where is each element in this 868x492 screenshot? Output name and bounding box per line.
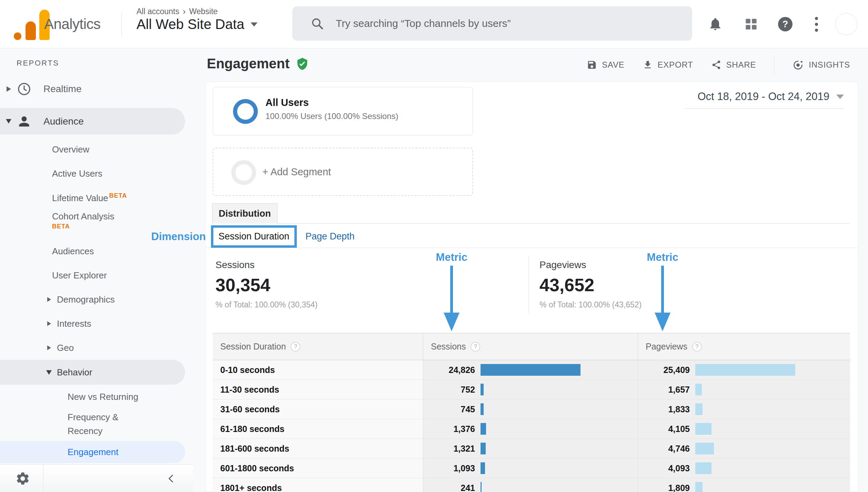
tab-session-duration[interactable]: Session Duration xyxy=(211,225,297,248)
sidebar-item-realtime[interactable]: Realtime xyxy=(0,72,193,105)
cell-session-duration: 11-30 seconds xyxy=(213,380,423,399)
sidebar-item-lifetime-value[interactable]: Lifetime ValueBETA xyxy=(0,186,193,210)
segment-ring-icon xyxy=(233,99,258,124)
table-row[interactable]: 31-60 seconds7451,833 xyxy=(213,400,850,419)
tabs-underline xyxy=(205,248,858,248)
sidebar-item-demographics[interactable]: Demographics xyxy=(0,287,193,312)
date-underline xyxy=(685,108,844,109)
help-tooltip-icon[interactable]: ? xyxy=(471,342,480,352)
summary-pageviews-value: 43,652 xyxy=(539,275,642,295)
breadcrumb[interactable]: All accounts › Website xyxy=(137,6,218,17)
save-button[interactable]: SAVE xyxy=(587,60,624,70)
search-icon xyxy=(310,17,324,30)
pageviews-bar xyxy=(695,403,703,415)
property-selector[interactable]: All Web Site Data xyxy=(137,17,258,32)
account-button[interactable] xyxy=(834,0,858,48)
sidebar-item-behavior[interactable]: Behavior xyxy=(0,360,185,385)
cell-metric: 241 xyxy=(423,478,638,492)
header-divider xyxy=(121,12,122,37)
segment-name: All Users xyxy=(265,97,309,108)
export-button[interactable]: EXPORT xyxy=(643,60,693,70)
breadcrumb-account[interactable]: All accounts xyxy=(137,7,179,16)
cell-metric: 1,657 xyxy=(638,380,850,399)
sidebar-item-active-users[interactable]: Active Users xyxy=(0,161,193,186)
more-options-button[interactable] xyxy=(804,0,828,48)
help-button[interactable]: ? xyxy=(773,0,797,48)
sidebar-item-label: Cohort Analysis xyxy=(52,211,193,222)
sidebar-item-interests[interactable]: Interests xyxy=(0,312,193,336)
table-row[interactable]: 61-180 seconds1,3764,105 xyxy=(213,419,850,439)
cell-session-duration: 31-60 seconds xyxy=(213,400,423,419)
tab-distribution[interactable]: Distribution xyxy=(212,203,277,224)
collapse-sidebar-button[interactable] xyxy=(165,472,177,486)
table-row[interactable]: 181-600 seconds1,3214,746 xyxy=(213,439,850,459)
table-row[interactable]: 11-30 seconds7521,657 xyxy=(213,380,850,400)
table-row[interactable]: 601-1800 seconds1,0934,093 xyxy=(213,459,850,478)
annotation-arrowhead-icon xyxy=(655,313,670,331)
sidebar-item-frequency-recency[interactable]: Frequency & Recency xyxy=(0,409,193,438)
summary-sessions-value: 30,354 xyxy=(215,275,317,295)
add-segment-button[interactable]: + Add Segment xyxy=(213,148,473,196)
annotation-metric-label: Metric xyxy=(625,251,700,264)
add-segment-ring-icon xyxy=(231,160,256,185)
date-range-text[interactable]: Oct 18, 2019 - Oct 24, 2019 xyxy=(697,90,829,103)
sidebar-item-label: Geo xyxy=(57,343,74,353)
notifications-button[interactable] xyxy=(703,0,727,48)
sessions-bar xyxy=(481,443,486,454)
admin-settings-button[interactable] xyxy=(15,471,30,488)
table-row[interactable]: 1801+ seconds2411,809 xyxy=(213,478,850,492)
sidebar-item-geo[interactable]: Geo xyxy=(0,336,193,360)
search-bar[interactable] xyxy=(292,6,692,41)
pageviews-value: 4,746 xyxy=(638,444,690,454)
sidebar-item-label: Interests xyxy=(57,318,91,329)
segment-all-users[interactable]: All Users 100.00% Users (100.00% Session… xyxy=(213,87,473,135)
cell-metric: 745 xyxy=(423,400,638,419)
share-button[interactable]: SHARE xyxy=(711,60,756,70)
cell-metric: 1,809 xyxy=(638,478,850,492)
tab-page-depth[interactable]: Page Depth xyxy=(305,225,355,248)
search-input[interactable] xyxy=(336,18,667,29)
help-tooltip-icon[interactable]: ? xyxy=(692,342,702,352)
cell-metric: 4,105 xyxy=(638,419,850,439)
beta-badge: BETA xyxy=(52,223,193,230)
pageviews-bar xyxy=(695,364,795,376)
column-header-pageviews[interactable]: Pageviews ? xyxy=(638,333,850,360)
help-icon: ? xyxy=(778,17,793,31)
column-header-session-duration[interactable]: Session Duration ? xyxy=(213,333,423,360)
pageviews-value: 4,105 xyxy=(638,424,690,434)
app-header: Analytics All accounts › Website All Web… xyxy=(0,0,868,48)
cell-metric: 4,746 xyxy=(638,439,850,458)
export-label: EXPORT xyxy=(658,60,693,70)
sidebar-item-label: New vs Returning xyxy=(68,392,138,402)
pageviews-value: 25,409 xyxy=(638,365,690,375)
help-tooltip-icon[interactable]: ? xyxy=(291,342,300,352)
tab-baseline xyxy=(277,223,850,224)
view-name[interactable]: All Web Site Data xyxy=(137,17,244,32)
sessions-value: 1,093 xyxy=(423,463,475,473)
chevron-collapsed-icon xyxy=(7,86,11,92)
sidebar-item-audience[interactable]: Audience xyxy=(0,108,185,135)
sidebar-item-overview[interactable]: Overview xyxy=(0,137,193,161)
date-caret-icon xyxy=(836,95,844,99)
column-header-sessions[interactable]: Sessions ? xyxy=(423,333,638,360)
date-range-picker[interactable]: Oct 18, 2019 - Oct 24, 2019 xyxy=(685,90,844,109)
download-icon xyxy=(643,60,653,70)
save-icon xyxy=(587,60,597,70)
sidebar-footer xyxy=(0,464,193,492)
sidebar-item-new-vs-returning[interactable]: New vs Returning xyxy=(0,385,193,409)
sidebar-item-engagement[interactable]: Engagement xyxy=(0,441,185,463)
settings-gear-icon xyxy=(15,471,30,486)
column-header-label: Session Duration xyxy=(220,342,286,352)
sidebar-item-user-explorer[interactable]: User Explorer xyxy=(0,263,193,287)
insights-button[interactable]: INSIGHTS xyxy=(792,59,850,71)
sidebar-nav: RealtimeAudienceOverviewActive UsersLife… xyxy=(0,72,193,463)
breadcrumb-property[interactable]: Website xyxy=(189,7,218,16)
table-row[interactable]: 0-10 seconds24,82625,409 xyxy=(213,360,850,380)
apps-grid-button[interactable] xyxy=(739,0,763,48)
pageviews-value: 1,657 xyxy=(638,385,690,395)
cell-session-duration: 0-10 seconds xyxy=(213,360,423,380)
chevron-expanded-icon xyxy=(6,119,11,124)
cell-session-duration: 1801+ seconds xyxy=(213,478,423,492)
sidebar-item-label: Overview xyxy=(52,144,89,155)
insights-label: INSIGHTS xyxy=(809,60,850,70)
